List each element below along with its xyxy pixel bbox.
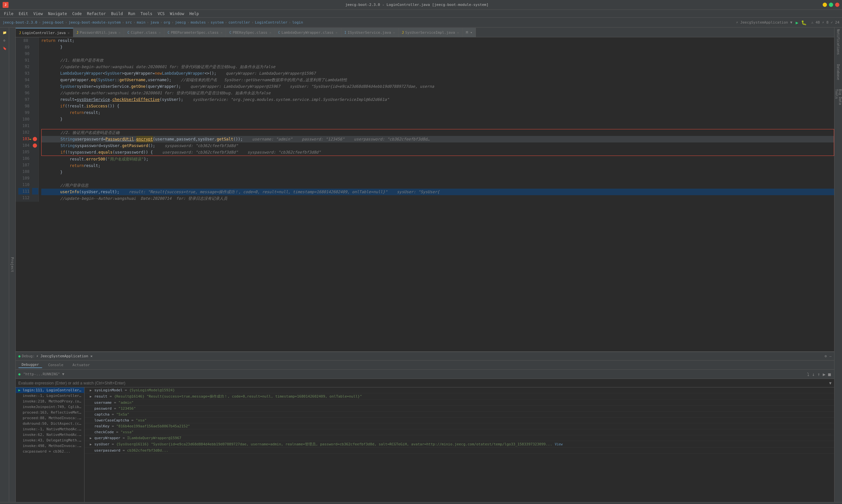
view-link-sysuser[interactable]: View [555, 443, 563, 446]
tab-close-isysuserservice[interactable]: ✕ [393, 31, 395, 34]
frame-item-8[interactable]: invoke:62, NativeMethodAc... [16, 432, 84, 437]
expand-arrow-captcha [90, 413, 93, 416]
tab-close-pbeparameterspec[interactable]: ✕ [220, 31, 222, 34]
var-checkcode[interactable]: checkCode = "xssa" [85, 429, 834, 435]
tab-cipher[interactable]: C Cipher.class ✕ [124, 28, 164, 37]
tab-label-cipher: Cipher.class [131, 31, 157, 35]
tab-logincontroller[interactable]: J LoginController.java ✕ [16, 28, 73, 37]
var-sysuser[interactable]: ▶ sysUser = {SysUser@16116} "SysUser{id=… [85, 441, 834, 448]
bigdata-icon[interactable]: Big Data Tools [835, 89, 842, 115]
project-icon[interactable]: 📁 [1, 29, 8, 36]
tab-close-logincontroller[interactable]: ✕ [68, 31, 69, 35]
nav-logincontroller[interactable]: LoginController [255, 20, 287, 24]
menu-help[interactable]: Help [187, 11, 201, 17]
expand-arrow-querywrapper: ▶ [90, 436, 93, 440]
var-querywrapper[interactable]: ▶ queryWrapper = ILambdaQueryWrapper@159… [85, 435, 834, 441]
menu-edit[interactable]: Edit [16, 11, 31, 17]
debug-button-toolbar[interactable]: 🐛 [801, 20, 807, 25]
tab-passwordutil[interactable]: J PasswordUtil.java ✕ [73, 28, 124, 37]
tab-pbekeyspec[interactable]: C PBEKeySpec.class ✕ [226, 28, 275, 37]
step-into-button[interactable]: ↓ [812, 372, 814, 377]
menu-build[interactable]: Build [108, 11, 125, 17]
step-out-button[interactable]: ↑ [818, 372, 820, 377]
expression-input[interactable] [16, 380, 827, 386]
debug-settings-icon[interactable]: ⚙ [825, 354, 827, 358]
step-over-button[interactable]: ⤵ [807, 372, 809, 377]
expression-dropdown[interactable]: ▼ [827, 381, 834, 385]
tab-sysuserserviceimpl[interactable]: J SysUserServiceImpl.java ✕ [398, 28, 462, 37]
frame-item-5[interactable]: proceed:88, MethodInvoca:... [16, 415, 84, 421]
nav-system[interactable]: system [211, 20, 224, 24]
var-password[interactable]: password = "123456" [85, 406, 834, 412]
tab-close-cipher[interactable]: ✕ [159, 31, 161, 34]
tab-actuator[interactable]: Actuator [69, 362, 93, 368]
maximize-button[interactable] [829, 3, 833, 7]
expand-arrow-lowercasecaptcha [90, 418, 93, 422]
frame-item-0[interactable]: ▶ login:111, LoginController.(o... [16, 388, 84, 393]
close-button[interactable] [835, 3, 839, 7]
tab-close-sysuserserviceimpl[interactable]: ✕ [457, 31, 459, 34]
stop-button[interactable]: ■ [828, 372, 831, 377]
frame-item-2[interactable]: invoke:218, MethodProxy.(o... [16, 399, 84, 404]
nav-main[interactable]: main [137, 20, 146, 24]
structure-icon[interactable]: ⚙ [1, 37, 8, 44]
menu-file[interactable]: File [1, 11, 16, 17]
frame-item-9[interactable]: invoke:43, DelegatingMeth... [16, 437, 84, 443]
menu-run[interactable]: Run [125, 11, 138, 17]
minimize-button[interactable] [823, 3, 827, 7]
menu-refactor[interactable]: Refactor [84, 11, 108, 17]
resume-button[interactable]: ▶ [823, 372, 825, 377]
bookmarks-icon[interactable]: 🔖 [1, 44, 8, 52]
main-layout: 📁 ⚙ 🔖 Project J LoginController.java ✕ J… [0, 28, 842, 502]
nav-login[interactable]: login [292, 20, 303, 24]
breakpoint-marker-103[interactable] [33, 137, 37, 141]
nav-modules[interactable]: modules [191, 20, 206, 24]
code-editor[interactable]: 88 89 90 91 92 93 94 95 96 97 98 99 100 … [16, 37, 834, 352]
tab-debugger[interactable]: Debugger [18, 362, 42, 368]
menu-code[interactable]: Code [70, 11, 85, 17]
frame-item-7[interactable]: invoke:-1, NativeMethodAc... [16, 426, 84, 432]
nav-org[interactable]: org [164, 20, 170, 24]
menu-vcs[interactable]: VCS [155, 11, 167, 17]
frame-item-3[interactable]: invokeJoinpoint:749, CglibA... [16, 404, 84, 410]
tab-console[interactable]: Console [45, 362, 67, 368]
tab-more[interactable]: M ▾ [462, 28, 476, 37]
debug-close-icon[interactable]: — [829, 354, 831, 358]
var-username[interactable]: username = "admin" [85, 400, 834, 406]
tab-isysuserservice[interactable]: I ISysUserService.java ✕ [341, 28, 399, 37]
var-captcha[interactable]: captcha = "5xSa" [85, 412, 834, 417]
menu-window[interactable]: Window [167, 11, 187, 17]
menu-view[interactable]: View [31, 11, 46, 17]
nav-src[interactable]: src [125, 20, 132, 24]
nav-project[interactable]: jeecg-boot-2.3.0 [3, 20, 37, 24]
frame-item-10[interactable]: invoke:498, MethodInvoca:... [16, 443, 84, 449]
nav-controller[interactable]: controller [228, 20, 250, 24]
frame-item-11[interactable]: cacpassword = cb362... [16, 449, 84, 454]
var-sysloginmodel[interactable]: ▶ sysLoginModel = {SysLoginModel@15924} [85, 388, 834, 393]
run-button[interactable]: ▶ [795, 20, 798, 25]
menu-tools[interactable]: Tools [138, 11, 155, 17]
var-result[interactable]: ▶ result = {Result@16146} "Result{succes… [85, 393, 834, 400]
var-realkey[interactable]: realKey = "816b4ee199aaf156ae5b8067b45a2… [85, 424, 834, 429]
tab-close-passwordutil[interactable]: ✕ [119, 31, 121, 34]
nav-jeecg[interactable]: jeecg [175, 20, 186, 24]
tab-icon-logincontroller: J [19, 31, 21, 35]
breakpoint-marker-104[interactable] [33, 143, 37, 148]
tab-close-lambdaquerywrapper[interactable]: ✕ [336, 31, 338, 34]
database-icon[interactable]: Database [835, 62, 842, 82]
tab-lambdaquerywrapper[interactable]: C LambdaQueryWrapper.class ✕ [275, 28, 341, 37]
frame-item-6[interactable]: doAround:50, DictAspect.(c... [16, 421, 84, 426]
frame-item-1[interactable]: invoke:-1, LoginControllerS$... [16, 393, 84, 399]
var-userpassword[interactable]: userpassword = cb362cfeefbf3d8d... [85, 448, 834, 454]
tab-pbeparameterspec[interactable]: C PBEParameterSpec.class ✕ [164, 28, 226, 37]
nav-submodule[interactable]: jeecg-boot-module-system [69, 20, 121, 24]
notifications-icon[interactable]: Notifications [835, 29, 842, 55]
tab-icon-pbeparameterspec: C [168, 31, 169, 34]
menu-navigate[interactable]: Navigate [46, 11, 70, 17]
frame-item-4[interactable]: proceed:163, ReflectiveMetl... [16, 410, 84, 415]
project-panel-label[interactable]: Project [9, 28, 16, 502]
var-lowercasecaptcha[interactable]: lowerCaseCaptcha = "xsa" [85, 417, 834, 424]
tab-close-pbekeyspec[interactable]: ✕ [269, 31, 271, 34]
nav-java[interactable]: java [150, 20, 159, 24]
nav-module[interactable]: jeecg-boot [42, 20, 64, 24]
